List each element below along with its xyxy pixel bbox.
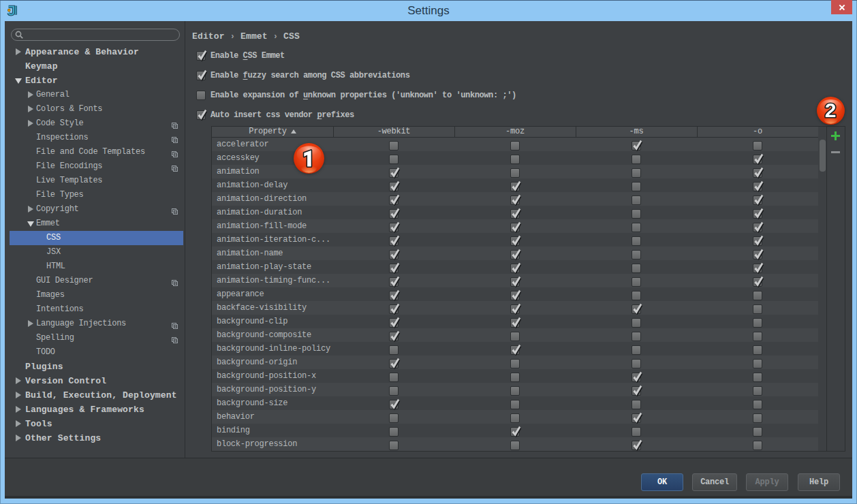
svg-text:2: 2	[824, 99, 836, 121]
